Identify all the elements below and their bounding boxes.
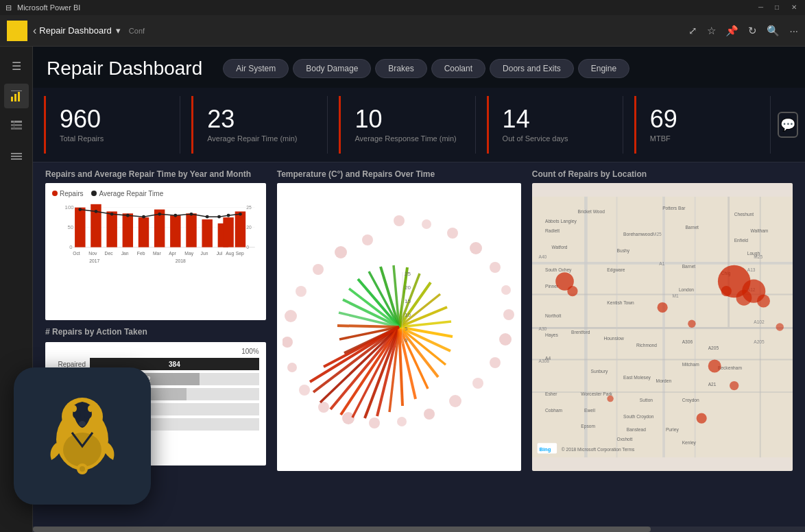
breadcrumb-main: Repair Dashboard [39,25,112,36]
app-bar-actions: ⤢ ☆ 📌 ↻ 🔍 ··· [688,25,798,37]
svg-point-81 [296,286,307,297]
horizontal-scrollbar[interactable] [33,527,805,532]
svg-text:Waltham: Waltham [750,228,768,233]
scrollbar-thumb[interactable] [33,527,651,532]
svg-rect-11 [11,153,22,154]
svg-text:Borehamwood: Borehamwood [623,232,653,237]
svg-text:Richmond: Richmond [636,343,657,348]
app-bar: ‹ Repair Dashboard ▾ Conf ⤢ ☆ 📌 ↻ 🔍 ··· [0,15,805,47]
svg-text:Barnet: Barnet [685,225,699,230]
svg-text:© 2018 Microsoft Corporation T: © 2018 Microsoft Corporation Terms [562,447,635,452]
back-button[interactable]: ‹ [33,25,36,37]
tab-engine[interactable]: Engine [578,59,629,78]
sidebar-item-table[interactable] [4,114,29,138]
expand-icon[interactable]: ⤢ [688,25,697,37]
svg-text:Croydon: Croydon [682,398,699,403]
svg-point-205 [776,323,783,330]
refresh-icon[interactable]: ↻ [748,25,757,37]
svg-text:Edgware: Edgware [607,267,625,273]
bar-chart-svg: 100 50 0 [52,201,259,297]
tab-doors-exits[interactable]: Doors and Exits [490,59,574,78]
radial-chart: Generate circles around radius 155 cente… [277,183,521,471]
svg-text:Jun: Jun [201,251,208,256]
svg-text:Feb: Feb [137,251,145,256]
svg-rect-129 [662,197,665,457]
svg-text:Oxshott: Oxshott [616,437,632,442]
svg-point-38 [173,214,177,217]
svg-point-32 [78,208,82,211]
svg-text:A1: A1 [659,261,664,266]
svg-point-75 [342,412,355,424]
tab-air-system[interactable]: Air System [223,59,289,78]
comment-button-container: 💬 [771,88,805,162]
svg-text:Jul: Jul [217,251,223,256]
svg-text:15: 15 [405,298,411,304]
svg-point-215 [88,405,93,412]
svg-point-83 [335,246,347,258]
tab-brakes[interactable]: Brakes [375,59,426,78]
svg-text:A13: A13 [747,267,755,272]
svg-text:Hounslow: Hounslow [603,336,623,341]
svg-text:2017: 2017 [89,258,99,263]
badger-svg [34,388,130,484]
svg-text:Cobham: Cobham [545,408,563,413]
svg-point-36 [142,215,145,219]
comment-button[interactable]: 💬 [778,112,798,138]
svg-point-197 [757,294,770,307]
svg-rect-13 [11,158,22,160]
sidebar-item-hamburger[interactable]: ☰ [4,53,29,78]
svg-point-74 [369,418,380,428]
search-icon[interactable]: 🔍 [767,25,780,37]
bookmark-icon[interactable]: ☆ [707,25,716,37]
svg-point-64 [470,242,482,254]
kpi-avg-response-value: 10 [355,107,461,132]
svg-point-63 [447,228,458,239]
breadcrumb: Repair Dashboard ▾ Conf [39,25,688,37]
svg-point-79 [283,337,293,348]
bar-chart-title: Repairs and Average Repair Time by Year … [45,169,266,179]
svg-point-70 [472,378,483,389]
kpi-mtbf-label: MTBF [650,134,756,143]
pin-icon[interactable]: 📌 [725,25,738,37]
kpi-avg-response-label: Average Response Time (min) [355,134,461,143]
svg-rect-9 [11,128,22,130]
svg-point-33 [95,210,98,213]
svg-rect-4 [14,94,16,101]
svg-rect-5 [18,92,20,101]
svg-text:Enfield: Enfield [734,238,748,243]
map-chart: A40 A30 A308 M25 A102 A205 A13 A12 M1 A1… [532,183,793,471]
svg-point-72 [424,409,435,420]
svg-text:Worcester Park: Worcester Park [581,391,612,396]
svg-text:Cheshunt: Cheshunt [734,212,754,217]
breadcrumb-sub: Conf [129,27,145,35]
svg-text:10: 10 [405,312,411,318]
svg-text:Northolt: Northolt [545,313,561,318]
kpi-avg-repair-label: Average Repair Time (min) [207,134,313,143]
svg-line-114 [337,326,399,327]
svg-text:25: 25 [405,271,411,277]
minimize-btn[interactable]: ─ [758,3,767,12]
svg-text:50: 50 [67,224,73,230]
svg-point-77 [299,385,310,396]
kpi-total-repairs-label: Total Repairs [60,134,166,143]
maximize-btn[interactable]: □ [775,3,783,12]
sidebar-item-layers[interactable] [4,144,29,169]
svg-text:South Oxhey: South Oxhey [545,267,572,273]
svg-text:Kenley: Kenley [682,440,696,446]
svg-text:0: 0 [246,245,249,250]
svg-text:Radlett: Radlett [545,228,560,233]
svg-rect-26 [170,215,180,247]
svg-text:5: 5 [405,326,408,332]
svg-text:Hayes: Hayes [545,332,559,338]
map-svg: A40 A30 A308 M25 A102 A205 A13 A12 M1 A1… [532,183,793,471]
more-icon[interactable]: ··· [789,25,798,37]
tab-coolant[interactable]: Coolant [431,59,485,78]
dashboard-header: Repair Dashboard Air System Body Damage … [33,47,805,88]
svg-point-219 [80,466,85,472]
tab-body-damage[interactable]: Body Damage [293,59,371,78]
svg-rect-2 [20,25,23,36]
svg-text:0: 0 [69,244,72,250]
sidebar-item-chart[interactable] [4,84,29,108]
close-btn[interactable]: ✕ [791,3,800,12]
svg-text:Kentish Town: Kentish Town [607,300,634,305]
